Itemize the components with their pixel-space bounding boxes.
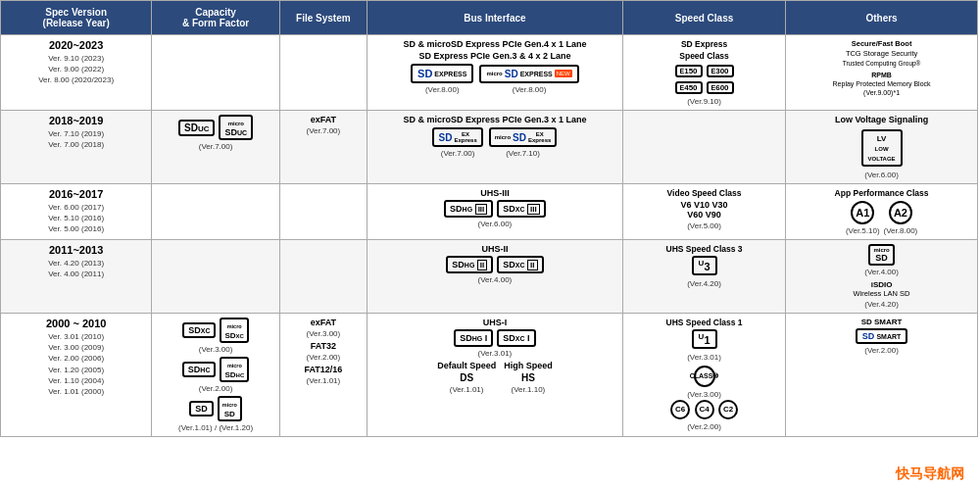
table-row: 2020~2023 Ver. 9.10 (2023)Ver. 9.00 (202… — [1, 35, 978, 111]
video-speed-title: Video Speed Class — [628, 188, 780, 198]
table-row: 2000 ~ 2010 Ver. 3.01 (2010)Ver. 3.00 (2… — [1, 314, 978, 437]
speed-ver: (Ver.9.10) — [628, 97, 780, 106]
e600-badge: E600 — [707, 81, 734, 94]
watermark: 快马导航网 — [890, 464, 970, 485]
header-bus: Bus Interface — [367, 1, 622, 35]
uhs1-title: UHS Speed Class 1 — [628, 318, 780, 327]
speed-title2: Speed Class — [628, 51, 780, 61]
high-speed: High Speed HS (Ver.1.10) — [504, 361, 553, 394]
others-cell-2011: micro SD (Ver.4.00) iSDIO Wireless LAN S… — [786, 240, 978, 314]
version-list: Ver. 9.10 (2023)Ver. 9.00 (2022)Ver. 8.0… — [6, 53, 146, 86]
fs-cell-2000: exFAT (Ver.3.00) FAT32 (Ver.2.00) FAT12/… — [279, 314, 367, 437]
lv-badge: LV LOWVOLTAGE — [861, 129, 903, 167]
speed-badges: E150 E300 E450 E600 — [674, 64, 735, 95]
sdhci-logo: SDHG I — [454, 329, 493, 347]
fs-cell-2020 — [279, 35, 367, 111]
ds-label: DS — [437, 372, 496, 383]
v-badges: V6 V10 V30V60 V90 — [628, 200, 780, 220]
class-badges: CLASS⑩ (Ver.3.00) C6 C4 C2 (Ver.2.00) — [628, 365, 780, 431]
secure-boot-text: Secure/Fast BootTCG Storage SecurityTrus… — [791, 39, 972, 68]
uhsii-label: UHS-II — [372, 244, 617, 254]
header-spec: Spec Version(Release Year) — [1, 1, 152, 35]
cap-logos: SDUC micro SDUC — [157, 115, 274, 140]
table-row: 2018~2019 Ver. 7.10 (2019)Ver. 7.00 (201… — [1, 111, 978, 184]
sduc-logo: SDUC — [178, 120, 215, 136]
class10-badge: CLASS⑩ — [694, 366, 715, 387]
class6-badge: C6 — [670, 400, 690, 419]
sdxc-logos: SDXC micro SDXC — [157, 318, 274, 343]
sdxc-logo: SDXC — [182, 322, 216, 338]
bus-cell-2020: SD & microSD Express PCIe Gen.4 x 1 Lane… — [367, 35, 622, 111]
sdhc-logos: SDHC micro SDHC — [157, 357, 274, 382]
class2-badge: C2 — [718, 400, 738, 419]
e150-badge: E150 — [675, 65, 703, 77]
header-capacity: Capacity& Form Factor — [152, 1, 280, 35]
speed-cell-2016: Video Speed Class V6 V10 V30V60 V90 (Ver… — [622, 184, 785, 240]
lv-ver: (Ver.6.00) — [791, 171, 972, 179]
sd-smart-label: SD SMART — [791, 318, 972, 326]
e300-badge: E300 — [707, 65, 734, 77]
capacity-cell-2018: SDUC micro SDUC (Ver.7.00) — [152, 111, 280, 184]
sdxci-logo: SDXC I — [497, 329, 535, 347]
fs-cell-2011 — [279, 240, 367, 314]
bus-logos: SD EXExpress (Ver.7.00) micro SD EXExpre… — [372, 126, 617, 159]
fat32-label: exFAT — [285, 318, 362, 327]
speed-cell-2000: UHS Speed Class 1 U1 (Ver.3.01) CLASS⑩ (… — [622, 314, 785, 437]
year-label: 2020~2023 — [6, 39, 146, 51]
spec-cell-2016: 2016~2017 Ver. 6.00 (2017)Ver. 5.10 (201… — [1, 184, 152, 240]
speed-cell-2018 — [622, 111, 785, 184]
micro-sdhc-logo: micro SDHC — [220, 357, 249, 382]
micro-ex-logo: micro SD EXExpress (Ver.7.10) — [489, 127, 558, 158]
capacity-cell-2016 — [152, 184, 280, 240]
bus-cell-2016: UHS-III SDHG III SDXC III (Ver.6.00) — [367, 184, 622, 240]
fs-ver: (Ver.7.00) — [285, 126, 362, 135]
version-list: Ver. 6.00 (2017)Ver. 5.10 (2016)Ver. 5.0… — [6, 202, 146, 235]
sdhc-ii-logo: SDHG II — [446, 256, 493, 273]
year-label: 2000 ~ 2010 — [6, 318, 146, 329]
isdio-section: iSDIO Wireless LAN SD (Ver.4.20) — [791, 280, 972, 309]
header-filesystem: File System — [279, 1, 367, 35]
bus-label2: SD Express PCIe Gen.3 & 4 x 2 Lane — [372, 51, 617, 61]
fat32-label2: FAT32 — [285, 341, 362, 351]
sdhc-logo: SDHC — [182, 362, 217, 377]
spec-cell-2018: 2018~2019 Ver. 7.10 (2019)Ver. 7.00 (201… — [1, 111, 152, 184]
version-list: Ver. 4.20 (2013)Ver. 4.00 (2011) — [6, 258, 146, 279]
a1-logo: A1 (Ver.5.10) — [846, 201, 880, 235]
micro-sd-logo: micro SD — [218, 396, 242, 421]
bus-label: SD & microSD Express PCIe Gen.3 x 1 Lane — [372, 115, 617, 124]
speed-cell-2020: SD Express Speed Class E150 E300 E450 E6… — [622, 35, 785, 111]
micro-logos: micro SD — [791, 244, 972, 266]
bus-cell-2000: UHS-I SDHG I SDXC I (Ver.3.01) Default S… — [367, 314, 622, 437]
uhsiii-label: UHS-III — [372, 188, 617, 198]
u1-badge: U1 — [692, 329, 717, 349]
sd-smart-logo: SD SMART — [856, 328, 907, 344]
sd-logo: SD — [189, 401, 214, 416]
micro-express-ver: (Ver.8.00) — [513, 85, 547, 94]
year-label: 2016~2017 — [6, 188, 146, 200]
hs-label: HS — [504, 372, 553, 383]
speed-cell-2011: UHS Speed Class 3 U3 (Ver.4.20) — [622, 240, 785, 314]
version-list: Ver. 3.01 (2010)Ver. 3.00 (2009)Ver. 2.0… — [6, 331, 146, 397]
micro-sdxc-logo2: micro SDXC — [220, 318, 248, 343]
sd-express-logo: SD EXPRESS (Ver.8.00) — [411, 64, 473, 94]
spec-table: Spec Version(Release Year) Capacity& For… — [0, 0, 978, 437]
spec-cell-2011: 2011~2013 Ver. 4.20 (2013)Ver. 4.00 (201… — [1, 240, 152, 314]
bus-logos: SD EXPRESS (Ver.8.00) micro SD EXPRESS N… — [372, 63, 617, 95]
app-perf-title: App Performance Class — [791, 188, 972, 198]
fs-cell-2016 — [279, 184, 367, 240]
header-speed: Speed Class — [622, 1, 785, 35]
sd-ex-logo: SD EXExpress (Ver.7.00) — [432, 127, 482, 158]
rpmb-text: RPMBReplay Protected Memory Block(Ver.9.… — [791, 71, 972, 97]
others-cell-2020: Secure/Fast BootTCG Storage SecurityTrus… — [786, 35, 978, 111]
uhsi-logos: SDHG I SDXC I — [372, 329, 617, 347]
micro-sd-express-logo: micro SD EXPRESS NEW (Ver.8.00) — [479, 65, 578, 94]
uhs3-title: UHS Speed Class 3 — [628, 244, 780, 254]
sdhc-iii-logo: SDHG III — [444, 200, 493, 218]
app-perf-logos: A1 (Ver.5.10) A2 (Ver.8.00) — [791, 201, 972, 235]
u3-badge: U3 — [692, 256, 717, 275]
speed-title: SD Express — [628, 39, 780, 49]
others-cell-2000: SD SMART SD SMART (Ver.2.00) — [786, 314, 978, 437]
capacity-cell-2020 — [152, 35, 280, 111]
speed-types: Default Speed DS (Ver.1.01) High Speed H… — [372, 361, 617, 394]
uhsii-logos: SDHG II SDXC II — [372, 256, 617, 273]
